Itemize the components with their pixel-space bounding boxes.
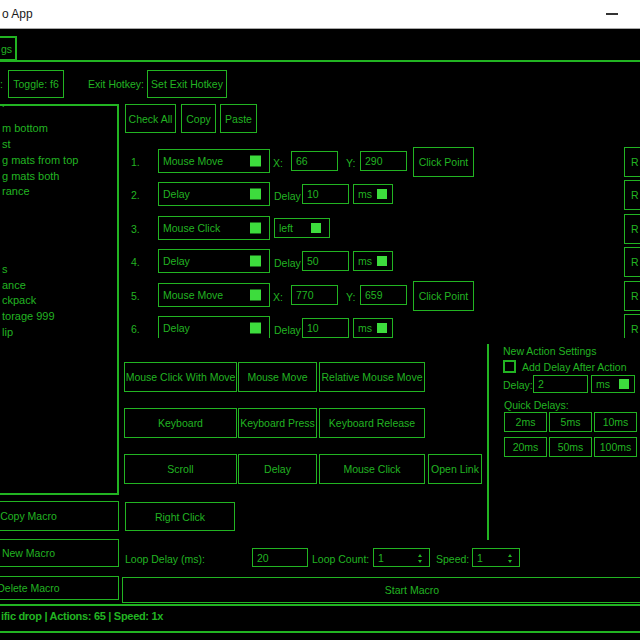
unit-dropdown[interactable]: ms <box>353 184 393 204</box>
x-input[interactable]: 770 <box>291 285 338 305</box>
add-delay-checkbox-label: Add Delay After Action <box>522 361 626 373</box>
copy-macro-button[interactable]: Copy Macro <box>0 501 119 531</box>
loop-delay-input[interactable]: 20 <box>252 548 308 567</box>
macro-list-item[interactable]: s <box>2 263 8 275</box>
macro-list-item[interactable]: p <box>2 104 8 107</box>
check-all-button[interactable]: Check All <box>125 104 176 133</box>
tab-settings[interactable]: gs <box>0 36 17 61</box>
action-type-dropdown[interactable]: Mouse Move <box>158 283 270 307</box>
add-relative-mouse-move-button[interactable]: Relative Mouse Move <box>319 362 425 392</box>
spinner-arrows-icon[interactable] <box>418 553 423 564</box>
row-number: 3. <box>131 223 140 235</box>
button-label: Mouse Move <box>247 371 307 383</box>
quick-delay-50ms-button[interactable]: 50ms <box>549 437 592 457</box>
action-type-dropdown[interactable]: Mouse Move <box>158 149 270 173</box>
add-scroll-button[interactable]: Scroll <box>124 454 237 484</box>
minimize-icon[interactable] <box>606 13 618 15</box>
mouse-button-value: left <box>279 222 293 234</box>
loop-count-input[interactable]: 1 <box>373 548 430 567</box>
remove-button[interactable]: R <box>624 314 640 338</box>
unit-dropdown[interactable]: ms <box>353 318 393 338</box>
delay-input[interactable]: 50 <box>302 251 349 271</box>
remove-button[interactable]: R <box>624 147 640 177</box>
macro-list-item[interactable]: ance <box>2 279 26 291</box>
action-rows-panel: Check All Copy Paste 1. Mouse Move X: 66… <box>120 96 640 338</box>
window-title: o App <box>2 7 33 21</box>
click-point-button[interactable]: Click Point <box>413 281 474 311</box>
add-keyboard-release-button[interactable]: Keyboard Release <box>319 408 425 438</box>
remove-label: R <box>631 290 639 302</box>
y-value: 659 <box>365 289 383 301</box>
dropdown-square-icon <box>311 223 321 233</box>
delay-input[interactable]: 10 <box>302 184 349 204</box>
new-delay-unit-dropdown[interactable]: ms <box>591 375 635 393</box>
button-label: 50ms <box>558 441 584 453</box>
action-type-dropdown[interactable]: Delay <box>158 316 270 338</box>
new-delay-input[interactable]: 2 <box>533 375 588 393</box>
dropdown-square-icon <box>377 189 387 199</box>
delay-label: Delay <box>274 190 301 202</box>
copy-button[interactable]: Copy <box>181 104 216 133</box>
paste-button[interactable]: Paste <box>220 104 257 133</box>
macro-list-item[interactable]: m bottom <box>2 122 48 134</box>
button-label: Open Link <box>431 463 479 475</box>
quick-delay-2ms-button[interactable]: 2ms <box>504 412 547 432</box>
button-label: 5ms <box>561 416 581 428</box>
new-action-settings-border <box>487 344 489 540</box>
tab-page-border <box>0 60 640 62</box>
quick-delay-10ms-button[interactable]: 10ms <box>594 412 637 432</box>
x-input[interactable]: 66 <box>291 151 338 171</box>
quick-delay-5ms-button[interactable]: 5ms <box>549 412 592 432</box>
add-delay-checkbox[interactable] <box>503 360 516 373</box>
add-mouse-move-button[interactable]: Mouse Move <box>238 362 317 392</box>
set-exit-hotkey-label: Set Exit Hotkey <box>151 78 223 90</box>
click-point-button[interactable]: Click Point <box>413 147 474 177</box>
row-number: 4. <box>131 256 140 268</box>
add-delay-button[interactable]: Delay <box>238 454 317 484</box>
unit-dropdown[interactable]: ms <box>353 251 393 271</box>
macro-list-item[interactable]: g mats both <box>2 170 59 182</box>
paste-label: Paste <box>225 113 252 125</box>
dropdown-square-icon <box>250 256 261 267</box>
remove-button[interactable]: R <box>624 247 640 277</box>
button-label: New Macro <box>2 547 55 559</box>
start-macro-button[interactable]: Start Macro <box>122 577 640 603</box>
button-label: 10ms <box>603 416 629 428</box>
add-mouse-click-button[interactable]: Mouse Click <box>319 454 425 484</box>
spinner-arrows-icon[interactable] <box>508 553 513 564</box>
macro-list-item[interactable]: g mats from top <box>2 154 78 166</box>
macro-list-item[interactable]: ckpack <box>2 294 36 306</box>
macro-list-item[interactable]: rance <box>2 185 30 197</box>
button-label: 20ms <box>513 441 539 453</box>
delete-macro-button[interactable]: Delete Macro <box>0 576 119 600</box>
toggle-hotkey-button[interactable]: Toggle: f6 <box>8 70 64 98</box>
macro-list-item[interactable]: torage 999 <box>2 310 55 322</box>
delay-input[interactable]: 10 <box>302 318 349 338</box>
action-type-dropdown[interactable]: Delay <box>158 182 270 206</box>
y-input[interactable]: 290 <box>360 151 407 171</box>
remove-button[interactable]: R <box>624 281 640 311</box>
new-macro-button[interactable]: New Macro <box>0 539 119 567</box>
x-value: 66 <box>296 155 308 167</box>
click-point-label: Click Point <box>419 290 469 302</box>
action-type-dropdown[interactable]: Mouse Click <box>158 216 270 240</box>
quick-delay-20ms-button[interactable]: 20ms <box>504 437 547 457</box>
copy-label: Copy <box>186 113 211 125</box>
add-open-link-button[interactable]: Open Link <box>428 454 482 484</box>
remove-button[interactable]: R <box>624 180 640 210</box>
add-keyboard-press-button[interactable]: Keyboard Press <box>238 408 317 438</box>
add-keyboard-button[interactable]: Keyboard <box>124 408 237 438</box>
add-right-click-button[interactable]: Right Click <box>125 502 235 531</box>
remove-button[interactable]: R <box>624 214 640 244</box>
quick-delay-100ms-button[interactable]: 100ms <box>594 437 637 457</box>
set-exit-hotkey-button[interactable]: Set Exit Hotkey <box>147 70 227 98</box>
y-input[interactable]: 659 <box>360 285 407 305</box>
macro-list-item[interactable]: st <box>2 138 11 150</box>
mouse-button-dropdown[interactable]: left <box>274 218 330 238</box>
macro-listbox[interactable]: p m bottom st g mats from top g mats bot… <box>0 104 119 495</box>
add-mouse-click-with-move-button[interactable]: Mouse Click With Move <box>124 362 237 392</box>
action-type-dropdown[interactable]: Delay <box>158 249 270 273</box>
macro-list-item[interactable]: lip <box>2 326 13 338</box>
speed-input[interactable]: 1 <box>472 548 520 567</box>
button-label: 2ms <box>516 416 536 428</box>
